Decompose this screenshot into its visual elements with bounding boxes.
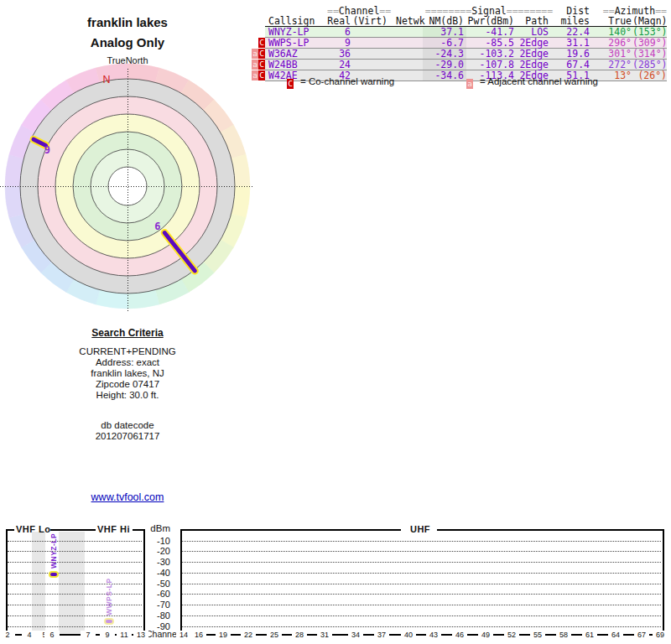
col-header-pwr: Pwr(dBm): [466, 16, 517, 26]
cell-azimuth-true: 272°: [592, 60, 632, 70]
col-header-true: True: [592, 16, 632, 26]
db-datecode-label: db datecode: [0, 420, 255, 431]
page-subtitle: Analog Only: [0, 35, 255, 49]
cell-azimuth-true: 301°: [592, 49, 632, 59]
search-criteria-heading: Search Criteria: [0, 327, 255, 339]
channel-tick-label: 37: [374, 631, 389, 639]
dbm-tick-label: -80: [149, 610, 170, 621]
col-header-netwk: Netwk: [389, 16, 423, 26]
station-table: ==Channel== ========Signal======== Dist …: [265, 6, 667, 81]
spectrum-gridline: [8, 615, 142, 616]
cell-virt-channel: [352, 38, 389, 48]
channel-tick-label: 6: [44, 631, 60, 639]
dbm-tick-label: -70: [149, 600, 170, 610]
spectrum-gridline: [8, 594, 142, 595]
cell-azimuth-magn: (153°): [632, 27, 667, 37]
cell-netwk: [389, 27, 423, 37]
spectrum-gridline: [8, 541, 142, 542]
channel-tick-label: 64: [608, 631, 623, 639]
adjacent-warning-symbol: a: [466, 79, 473, 89]
signal-marker-label: WWPS-LP: [105, 578, 113, 615]
channel-tick-label: 43: [426, 631, 441, 639]
cell-path: LOS: [517, 27, 555, 37]
channel-tick-label: 52: [504, 631, 519, 639]
channel-tick-label: 4: [22, 631, 37, 639]
channel-tick-label: 58: [556, 631, 571, 639]
col-header-path: Path: [517, 16, 555, 26]
cell-nm-db: 37.1: [423, 27, 466, 37]
spectrum-gridline: [8, 551, 142, 552]
cell-dist-miles: 67.4: [555, 60, 592, 70]
col-header-virt: (Virt): [352, 16, 389, 26]
dbm-tick-label: -60: [149, 589, 170, 599]
co-channel-legend: C= Co-channel warning: [287, 76, 394, 87]
cell-real-channel: 24: [327, 60, 352, 70]
dbm-tick-label: -90: [149, 621, 170, 631]
channel-tick-label: 61: [582, 631, 597, 639]
cell-callsign: WWPS-LP: [265, 38, 327, 48]
channel-tick-label: 9: [100, 631, 115, 639]
cell-nm-db: -24.3: [423, 49, 466, 59]
channel-tick-label: 19: [216, 631, 231, 639]
cell-netwk: [389, 49, 423, 59]
channel-tick-label: 67: [634, 631, 649, 639]
frame-line: [133, 529, 145, 531]
y-axis-label: dBm: [150, 523, 170, 533]
channel-tick-label: 31: [317, 631, 332, 639]
cell-azimuth-magn: (309°): [632, 38, 667, 48]
cell-pwr-dbm: -41.7: [466, 27, 517, 37]
cell-pwr-dbm: -85.5: [466, 38, 517, 48]
table-column-header-row: Callsign Real (Virt) Netwk NM(dB) Pwr(dB…: [265, 16, 667, 27]
channel-tick-label: 28: [292, 631, 307, 639]
channel-tick-label: 46: [452, 631, 467, 639]
channel-tick-label: 13: [133, 631, 148, 639]
spectrum-gridline: [8, 626, 142, 627]
dbm-tick-label: -20: [149, 546, 170, 556]
spectrum-gridline: [182, 541, 661, 542]
cell-dist-miles: 19.6: [555, 49, 592, 59]
frame-line: [180, 529, 401, 531]
db-datecode-value: 201207061717: [0, 431, 255, 442]
col-header-callsign: Callsign: [265, 16, 327, 26]
channel-tick-label: 55: [530, 631, 545, 639]
table-row: a C W24BB 24 -29.0 -107.8 2Edge 67.4 272…: [265, 60, 667, 70]
cell-callsign: W36AZ: [265, 49, 327, 59]
dbm-tick-label: -40: [149, 568, 170, 578]
cell-dist-miles: 22.4: [555, 27, 592, 37]
search-criteria-height: Height: 30.0 ft.: [0, 390, 255, 401]
spectrum-gridline: [182, 584, 661, 584]
search-criteria-mode: CURRENT+PENDING: [0, 346, 255, 357]
spectrum-gridline: [8, 605, 142, 605]
adjacent-channel-legend: a= Adjacent channel warning: [466, 76, 598, 87]
radar-plot: 69N: [0, 59, 260, 319]
channel-tick-label: 34: [348, 631, 363, 639]
vhf-lo-band-label: VHF Lo: [16, 524, 51, 534]
spectrum-gridline: [8, 573, 142, 574]
spectrum-gridline: [182, 573, 661, 574]
cell-path: 2Edge: [517, 38, 555, 48]
col-header-nm: NM(dB): [423, 16, 466, 26]
frame-line: [50, 529, 96, 531]
tvfool-link[interactable]: www.tvfool.com: [91, 491, 164, 503]
table-row: C WWPS-LP 9 -6.7 -85.5 2Edge 31.1 296° (…: [265, 38, 667, 49]
search-criteria-city: franklin lakes, NJ: [0, 368, 255, 379]
co-channel-warning-badge: C: [258, 49, 265, 59]
adjacent-warning-badge: a: [252, 70, 258, 80]
cell-azimuth-true: 13°: [592, 70, 632, 80]
co-channel-warning-badge: C: [258, 70, 265, 80]
dbm-tick-label: -30: [149, 557, 170, 567]
frame-line: [437, 529, 664, 531]
spectrum-gridline: [182, 626, 661, 627]
cell-callsign: W24BB: [265, 60, 327, 70]
signal-marker: [49, 571, 59, 578]
cell-virt-channel: [352, 27, 389, 37]
channel-tick-label: 7: [81, 631, 96, 639]
spectrum-gridline: [182, 615, 661, 616]
table-row: a C W36AZ 36 -24.3 -103.2 2Edge 19.6 301…: [265, 49, 667, 60]
cell-real-channel: 6: [327, 27, 352, 37]
col-header-real: Real: [327, 16, 352, 26]
co-channel-warning-badge: C: [258, 38, 265, 48]
col-header-miles: miles: [555, 16, 592, 26]
tvfool-signal-report: franklin lakes Analog Only TrueNorth 69N…: [0, 0, 671, 644]
cell-pwr-dbm: -107.8: [466, 60, 517, 70]
